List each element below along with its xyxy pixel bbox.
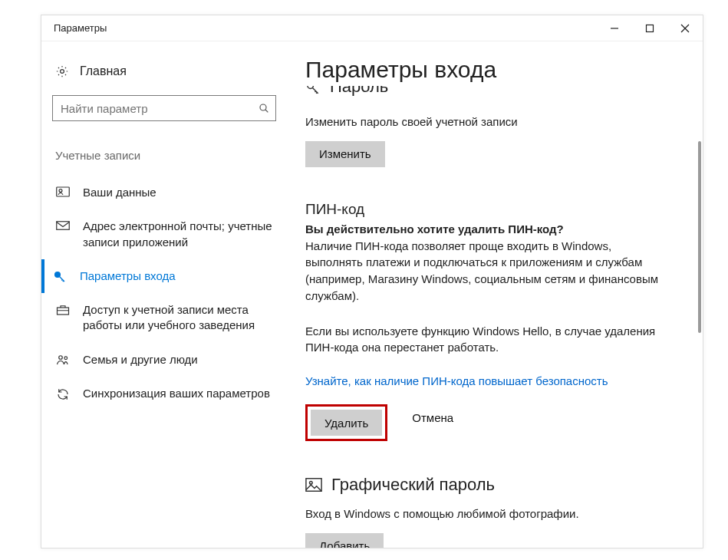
close-button[interactable] <box>667 15 703 41</box>
main-content: Параметры входа Пароль Изменить пароль с… <box>301 41 703 548</box>
pin-desc: Наличие ПИН-кода позволяет проще входить… <box>305 238 658 305</box>
pin-hello-note: Если вы используете функцию Windows Hell… <box>305 323 658 357</box>
sync-icon <box>55 386 71 401</box>
svg-rect-11 <box>58 308 69 315</box>
svg-rect-9 <box>57 222 70 230</box>
pin-learn-more-link[interactable]: Узнайте, как наличие ПИН-кода повышает б… <box>305 374 683 387</box>
nav: Ваши данные Адрес электронной почты; уче… <box>52 176 290 410</box>
sidebar-item-family[interactable]: Семья и другие люди <box>52 343 290 377</box>
mail-icon <box>55 219 71 231</box>
window-controls <box>597 15 703 41</box>
home-link[interactable]: Главная <box>52 60 290 84</box>
svg-point-12 <box>59 355 63 359</box>
sidebar-item-signin-options[interactable]: Параметры входа <box>41 259 290 293</box>
svg-line-6 <box>265 110 268 112</box>
password-heading-row: Пароль <box>305 86 683 103</box>
page-title: Параметры входа <box>305 57 683 83</box>
delete-pin-button[interactable]: Удалить <box>311 410 382 436</box>
key-icon <box>305 87 321 102</box>
sidebar-item-label: Параметры входа <box>80 268 176 284</box>
sidebar-item-label: Синхронизация ваших параметров <box>83 386 270 401</box>
key-icon <box>52 268 68 284</box>
sidebar-item-label: Адрес электронной почты; учетные записи … <box>83 219 285 250</box>
password-desc: Изменить пароль своей учетной записи <box>305 114 683 130</box>
home-label: Главная <box>80 64 127 78</box>
sidebar-item-sync[interactable]: Синхронизация ваших параметров <box>52 377 290 410</box>
svg-point-5 <box>260 104 266 110</box>
search-icon <box>258 102 270 114</box>
maximize-button[interactable] <box>632 15 667 41</box>
search-input[interactable] <box>52 95 276 121</box>
svg-point-8 <box>59 189 62 193</box>
svg-point-13 <box>64 356 68 359</box>
svg-point-4 <box>61 70 64 74</box>
window-title: Параметры <box>54 22 107 34</box>
pin-confirm-question: Вы действительно хотите удалить ПИН-код? <box>305 221 683 238</box>
settings-window: Параметры Главная <box>41 15 703 548</box>
sidebar-item-label: Доступ к учетной записи места работы или… <box>83 302 285 334</box>
svg-rect-1 <box>647 25 654 31</box>
category-label: Учетные записи <box>52 149 290 162</box>
picture-password-desc: Вход в Windows с помощью любимой фотогра… <box>305 506 683 522</box>
people-icon <box>55 352 71 366</box>
cancel-button[interactable]: Отмена <box>398 404 467 430</box>
scrollbar[interactable] <box>698 141 701 333</box>
sidebar-item-your-info[interactable]: Ваши данные <box>52 176 290 209</box>
sidebar-item-work-school[interactable]: Доступ к учетной записи места работы или… <box>52 293 290 343</box>
sidebar-item-email-accounts[interactable]: Адрес электронной почты; учетные записи … <box>52 209 290 259</box>
sidebar-item-label: Ваши данные <box>83 185 156 200</box>
add-picture-password-button[interactable]: Добавить <box>305 533 384 548</box>
picture-icon <box>305 477 322 492</box>
picture-password-heading-row: Графический пароль <box>305 475 683 495</box>
sidebar: Главная Учетные записи <box>41 41 301 548</box>
svg-point-16 <box>310 481 313 484</box>
pin-heading: ПИН-код <box>305 201 683 218</box>
search-box[interactable] <box>52 95 276 121</box>
svg-rect-7 <box>57 187 70 196</box>
gear-icon <box>55 64 69 78</box>
change-password-button[interactable]: Изменить <box>305 141 385 167</box>
sidebar-item-label: Семья и другие люди <box>83 352 198 367</box>
titlebar: Параметры <box>41 15 703 41</box>
person-card-icon <box>55 185 71 197</box>
delete-highlight: Удалить <box>305 404 387 441</box>
picture-password-heading: Графический пароль <box>331 475 495 495</box>
password-heading: Пароль <box>330 86 388 97</box>
minimize-button[interactable] <box>597 15 632 41</box>
briefcase-icon <box>55 302 71 316</box>
